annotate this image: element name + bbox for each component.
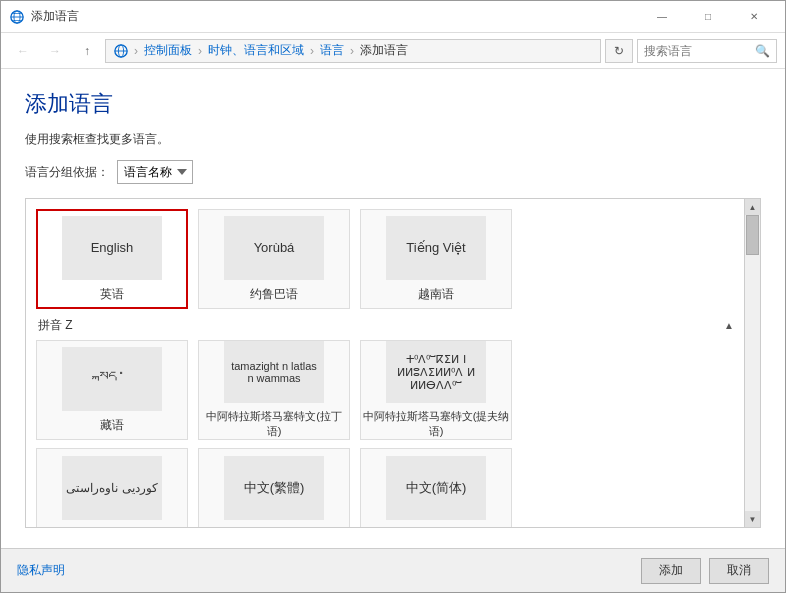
minimize-button[interactable]: — [639,1,685,33]
tile-chinese-simp-inner: 中文(简体) [386,456,486,520]
tile-english-inner: English [62,216,162,280]
tile-tamazight-lat-inner: tamazight n latlas n wammas [224,341,324,403]
tile-tamazight-tif-label: 中阿特拉斯塔马塞特文(提夫纳语) [361,409,511,439]
tile-english-label: 英语 [100,286,124,303]
tile-yoruba-inner: Yorùbá [224,216,324,280]
language-row-top: English 英语 Yorùbá 约鲁巴语 Tiếng Việt 越南语 [36,209,734,309]
window: 添加语言 — □ ✕ ← → ↑ › 控制面板 › 时钟、语言和区域 › 语言 … [0,0,786,593]
page-title: 添加语言 [25,89,761,119]
window-icon [9,9,25,25]
tile-tamazight-tif-inner: ⵜ⁰ⴷ⁰ⵯⴽⵉⵍ ⵏ ⵍⵍⵓⴷⵉⵍⵍ⁰ⴷ ⵍ ⵍⵍⴱⴷⴷ⁰ⵯ [386,341,486,403]
forward-button[interactable]: → [41,37,69,65]
tile-tamazight-lat[interactable]: tamazight n latlas n wammas 中阿特拉斯塔马塞特文(拉… [198,340,350,440]
tile-kurdish-inner: كوردیی ناوەراستی [62,456,162,520]
tile-tamazight-lat-label: 中阿特拉斯塔马塞特文(拉丁语) [199,409,349,439]
tile-tibetan[interactable]: སྐད་ 藏语 [36,340,188,440]
address-path: › 控制面板 › 时钟、语言和区域 › 语言 › 添加语言 [105,39,601,63]
section-collapse-button[interactable]: ▲ [724,320,734,331]
filter-label: 语言分组依据： [25,164,109,181]
language-grid: English 英语 Yorùbá 约鲁巴语 Tiếng Việt 越南语 [25,198,761,528]
maximize-button[interactable]: □ [685,1,731,33]
tile-vietnamese[interactable]: Tiếng Việt 越南语 [360,209,512,309]
up-button[interactable]: ↑ [73,37,101,65]
title-bar: 添加语言 — □ ✕ [1,1,785,33]
path-language[interactable]: 语言 [320,42,344,59]
tile-kurdish[interactable]: كوردیی ناوەراستی [36,448,188,527]
privacy-link[interactable]: 隐私声明 [17,562,65,579]
address-bar: ← → ↑ › 控制面板 › 时钟、语言和区域 › 语言 › 添加语言 ↻ 🔍 [1,33,785,69]
title-bar-text: 添加语言 [31,8,639,25]
section-header-pinyin: 拼音 Z ▲ [38,317,734,334]
filter-select[interactable]: 语言名称 语言代码 [117,160,193,184]
bottom-bar: 隐私声明 添加 取消 [1,548,785,592]
tile-chinese-trad[interactable]: 中文(繁體) [198,448,350,527]
scrollbar-thumb-area [745,215,760,511]
globe-address-icon [114,44,128,58]
add-button[interactable]: 添加 [641,558,701,584]
scrollbar-down-button[interactable]: ▼ [745,511,761,527]
scrollbar[interactable]: ▲ ▼ [744,199,760,527]
path-clock-language[interactable]: 时钟、语言和区域 [208,42,304,59]
tile-chinese-simp[interactable]: 中文(简体) [360,448,512,527]
tile-vietnamese-label: 越南语 [418,286,454,303]
back-button[interactable]: ← [9,37,37,65]
search-box: 🔍 [637,39,777,63]
tile-chinese-trad-inner: 中文(繁體) [224,456,324,520]
content-area: 添加语言 使用搜索框查找更多语言。 语言分组依据： 语言名称 语言代码 Engl… [1,69,785,548]
main-content: 添加语言 使用搜索框查找更多语言。 语言分组依据： 语言名称 语言代码 Engl… [1,69,785,548]
bottom-buttons: 添加 取消 [641,558,769,584]
tile-tibetan-inner: སྐད་ [62,347,162,411]
search-input[interactable] [644,44,751,58]
path-control-panel[interactable]: 控制面板 [144,42,192,59]
scrollbar-up-button[interactable]: ▲ [745,199,761,215]
tile-tamazight-tif[interactable]: ⵜ⁰ⴷ⁰ⵯⴽⵉⵍ ⵏ ⵍⵍⵓⴷⵉⵍⵍ⁰ⴷ ⵍ ⵍⵍⴱⴷⴷ⁰ⵯ 中阿特拉斯塔马塞特… [360,340,512,440]
cancel-button[interactable]: 取消 [709,558,769,584]
tile-vietnamese-inner: Tiếng Việt [386,216,486,280]
language-row-pinyin-2: كوردیی ناوەراستی 中文(繁體) 中文(简体) [36,448,734,527]
close-button[interactable]: ✕ [731,1,777,33]
page-description: 使用搜索框查找更多语言。 [25,131,761,148]
section-header-label: 拼音 Z [38,317,73,334]
tile-yoruba[interactable]: Yorùbá 约鲁巴语 [198,209,350,309]
search-icon[interactable]: 🔍 [755,44,770,58]
tile-tibetan-label: 藏语 [100,417,124,434]
filter-row: 语言分组依据： 语言名称 语言代码 [25,160,761,184]
grid-scroll-area[interactable]: English 英语 Yorùbá 约鲁巴语 Tiếng Việt 越南语 [26,199,744,527]
path-current: 添加语言 [360,42,408,59]
language-row-pinyin-1: སྐད་ 藏语 tamazight n latlas n wammas 中阿特拉… [36,340,734,440]
scrollbar-thumb[interactable] [746,215,759,255]
window-controls: — □ ✕ [639,1,777,33]
refresh-button[interactable]: ↻ [605,39,633,63]
tile-english[interactable]: English 英语 [36,209,188,309]
tile-yoruba-label: 约鲁巴语 [250,286,298,303]
